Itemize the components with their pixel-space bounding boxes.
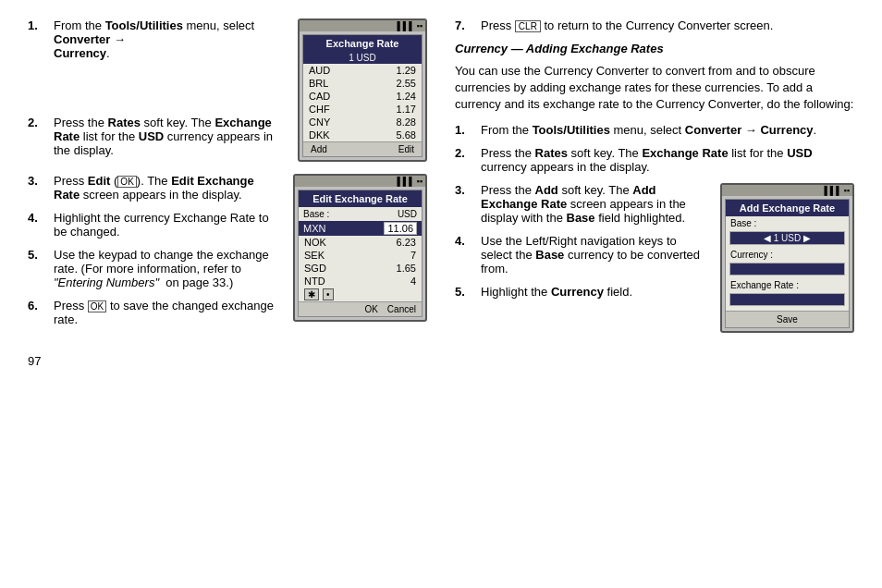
screen1-title: Exchange Rate [303,35,422,52]
page-number: 97 [28,354,427,368]
cny-value: 8.28 [397,116,416,128]
right-step-3-add-screen: Add Exchange Rate [481,183,656,211]
aud-value: 1.29 [397,65,416,76]
battery-icon: ▪▪ [417,21,423,31]
right-step-5: 5. Highlight the Currency field. [455,285,711,299]
cny-label: CNY [309,116,330,128]
right-steps-3-5-text: 3. Press the Add soft key. The Add Excha… [455,183,711,308]
right-step-3-content: Press the Add soft key. The Add Exchange… [481,183,711,225]
dot-symbol: • [323,288,334,300]
nok-label: NOK [304,237,326,248]
steps-1-2-with-screen: 1. From the Tools/Utilities menu, select… [28,18,427,166]
screen2-title: Edit Exchange Rate [299,190,422,207]
screen1-row-cny: CNY 8.28 [303,116,422,129]
step-6-content: Press OK to save the changed exchange ra… [54,299,279,326]
step-number-5: 5. [28,248,46,289]
screen1-row-brl: BRL 2.55 [303,77,422,90]
ok-icon-2: OK [88,300,106,312]
step-5: 5. Use the keypad to change the exchange… [28,248,279,289]
sek-label: SEK [304,250,325,261]
step-1-content: From the Tools/Utilities menu, select Co… [54,18,284,60]
step-3-edit-exchange: Edit Exchange Rate [54,174,254,202]
screen1-row-aud: AUD 1.29 [303,64,422,77]
screen-add-exchange-rate: ▌▌▌ ▪▪ Add Exchange Rate Base : ◀ 1 USD … [720,183,854,333]
right-step-1-converter: Converter → Currency [685,123,814,137]
right-step-1-tools: Tools/Utilities [533,123,610,137]
right-step-2: 2. Press the Rates soft key. The Exchang… [455,146,854,174]
signal-icon-3: ▌▌▌ [824,186,841,195]
right-step-1: 1. From the Tools/Utilities menu, select… [455,123,854,137]
step-number-7: 7. [455,18,473,32]
cad-value: 1.24 [397,91,416,102]
step-number-6: 6. [28,299,46,326]
ntd-label: NTD [304,276,325,287]
step-1-tools: Tools/Utilities [105,18,183,32]
screen3-base-value: 1 USD [774,233,801,243]
screen2-base-value: USD [398,209,417,219]
step-3-edit: Edit [88,174,111,188]
steps-3-6-text: 3. Press Edit (OK). The Edit Exchange Ra… [28,174,279,336]
chf-value: 1.17 [397,104,416,115]
right-column: 7. Press CLR to return to the Currency C… [455,18,854,368]
left-arrow-icon: ◀ [764,233,771,243]
mxn-label: MXN [303,223,325,234]
sgd-value: 1.65 [397,263,416,274]
step-1: 1. From the Tools/Utilities menu, select… [28,18,284,60]
ok-icon-1: OK [117,176,136,188]
screen2-row-sgd: SGD 1.65 [299,262,422,275]
step-3: 3. Press Edit (OK). The Edit Exchange Ra… [28,174,279,202]
step-5-content: Use the keypad to change the exchange ra… [54,248,279,289]
steps-3-6-with-screen2: 3. Press Edit (OK). The Edit Exchange Ra… [28,174,427,336]
screen3-exrate-label: Exchange Rate : [730,280,799,290]
screen-exchange-rate: ▌▌▌ ▪▪ Exchange Rate 1 USD AUD 1.29 BRL … [298,18,427,162]
brl-value: 2.55 [397,78,416,89]
screen2-footer-ok: OK [364,304,377,314]
signal-icon: ▌▌▌ [397,21,414,31]
screen2-footer: OK Cancel [299,301,422,316]
screen3-title: Add Exchange Rate [726,200,849,216]
sek-value: 7 [410,250,416,261]
ntd-value: 4 [410,276,416,287]
right-step-3-base: Base [567,211,595,225]
right-step-1-content: From the Tools/Utilities menu, select Co… [481,123,854,137]
step-4-content: Highlight the currency Exchange Rate to … [54,211,279,239]
right-step-number-1: 1. [455,123,473,137]
mxn-value: 11.06 [384,222,417,235]
screen1-row-dkk: DKK 5.68 [303,129,422,141]
screen-status-bar: ▌▌▌ ▪▪ [300,20,425,31]
battery-icon-2: ▪▪ [417,177,423,186]
clr-icon: CLR [515,20,541,32]
step-4: 4. Highlight the currency Exchange Rate … [28,211,279,239]
step-2-content: Press the Rates soft key. The Exchange R… [54,116,284,157]
screen1-footer: Add Edit [303,141,422,156]
right-arrow-icon: ▶ [803,233,811,243]
brl-label: BRL [309,78,328,89]
screen2-base-label: Base : [303,209,329,219]
right-step-number-2: 2. [455,146,473,174]
right-step-3-add: Add [535,183,558,197]
screen1-footer-add: Add [311,144,327,154]
screen2-base-row: Base : USD [299,207,422,221]
screen3-inner: Add Exchange Rate Base : ◀ 1 USD ▶ Curre… [725,199,850,328]
right-step-4-base: Base [535,248,564,262]
screen3-base-value-row: ◀ 1 USD ▶ [729,231,845,245]
screen3-currency-label-row: Currency : [726,248,849,262]
section-title: Currency — Adding Exchange Rates [455,42,854,55]
right-step-2-usd: USD [787,146,812,160]
step-7: 7. Press CLR to return to the Currency C… [455,18,854,32]
nok-value: 6.23 [397,237,416,248]
step-number-4: 4. [28,211,46,239]
right-step-2-rates: Rates [535,146,568,160]
right-steps: 1. From the Tools/Utilities menu, select… [455,123,854,333]
screen3-exrate-box [729,293,845,306]
screen3-save-label: Save [777,314,798,325]
screen3-base-section: Base : [726,216,849,230]
screen2-inner: Edit Exchange Rate Base : USD MXN 11.06 … [298,190,423,317]
right-step-number-5: 5. [455,285,473,299]
screen2-status: ▌▌▌ ▪▪ [295,176,425,187]
sgd-label: SGD [304,263,326,274]
screen1-row-chf: CHF 1.17 [303,103,422,116]
screen2-footer-cancel: Cancel [387,304,416,314]
screen2-row-mxn: MXN 11.06 [299,221,422,236]
steps-1-2-text: 1. From the Tools/Utilities menu, select… [28,18,284,166]
